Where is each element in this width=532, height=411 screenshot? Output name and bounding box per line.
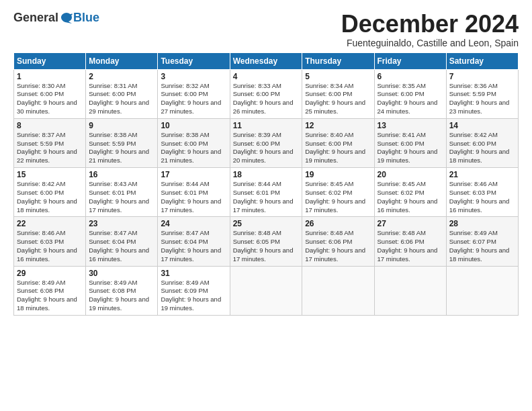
- day-number: 13: [378, 121, 443, 130]
- day-number: 15: [17, 170, 83, 179]
- day-info: Sunrise: 8:45 AM Sunset: 6:02 PM Dayligh…: [305, 180, 371, 214]
- day-number: 30: [89, 269, 154, 278]
- logo: General Blue: [13, 11, 99, 25]
- day-info: Sunrise: 8:47 AM Sunset: 6:04 PM Dayligh…: [89, 229, 154, 263]
- calendar-cell: 18Sunrise: 8:44 AM Sunset: 6:01 PM Dayli…: [230, 168, 302, 217]
- calendar-cell: 11Sunrise: 8:39 AM Sunset: 6:00 PM Dayli…: [230, 118, 302, 167]
- calendar-cell: 28Sunrise: 8:49 AM Sunset: 6:07 PM Dayli…: [446, 217, 518, 266]
- calendar-cell: 22Sunrise: 8:46 AM Sunset: 6:03 PM Dayli…: [14, 217, 86, 266]
- logo-blue: Blue: [73, 11, 99, 25]
- day-info: Sunrise: 8:40 AM Sunset: 6:00 PM Dayligh…: [305, 131, 371, 165]
- col-header-tuesday: Tuesday: [158, 52, 230, 69]
- calendar-table: SundayMondayTuesdayWednesdayThursdayFrid…: [13, 52, 519, 316]
- day-number: 16: [89, 170, 154, 179]
- calendar-cell: 15Sunrise: 8:42 AM Sunset: 6:00 PM Dayli…: [14, 168, 86, 217]
- day-info: Sunrise: 8:49 AM Sunset: 6:08 PM Dayligh…: [89, 279, 154, 313]
- day-number: 27: [378, 219, 443, 228]
- calendar-cell: 4Sunrise: 8:33 AM Sunset: 6:00 PM Daylig…: [230, 69, 302, 118]
- col-header-friday: Friday: [374, 52, 446, 69]
- day-info: Sunrise: 8:48 AM Sunset: 6:05 PM Dayligh…: [233, 229, 300, 263]
- day-number: 8: [17, 121, 83, 130]
- day-info: Sunrise: 8:30 AM Sunset: 6:00 PM Dayligh…: [17, 82, 83, 116]
- day-info: Sunrise: 8:46 AM Sunset: 6:03 PM Dayligh…: [449, 180, 515, 214]
- calendar-cell: 5Sunrise: 8:34 AM Sunset: 6:00 PM Daylig…: [302, 69, 374, 118]
- day-info: Sunrise: 8:47 AM Sunset: 6:04 PM Dayligh…: [161, 229, 226, 263]
- col-header-saturday: Saturday: [446, 52, 518, 69]
- day-info: Sunrise: 8:32 AM Sunset: 6:00 PM Dayligh…: [161, 82, 226, 116]
- day-info: Sunrise: 8:44 AM Sunset: 6:01 PM Dayligh…: [161, 180, 226, 214]
- day-number: 23: [89, 219, 154, 228]
- logo-bird-icon: [60, 11, 73, 25]
- day-info: Sunrise: 8:33 AM Sunset: 6:00 PM Dayligh…: [233, 82, 300, 116]
- calendar-cell: 7Sunrise: 8:36 AM Sunset: 5:59 PM Daylig…: [446, 69, 518, 118]
- calendar-cell: 21Sunrise: 8:46 AM Sunset: 6:03 PM Dayli…: [446, 168, 518, 217]
- day-info: Sunrise: 8:42 AM Sunset: 6:00 PM Dayligh…: [17, 180, 83, 214]
- calendar-cell: 16Sunrise: 8:43 AM Sunset: 6:01 PM Dayli…: [86, 168, 158, 217]
- day-info: Sunrise: 8:35 AM Sunset: 6:00 PM Dayligh…: [378, 82, 443, 116]
- subtitle: Fuenteguinaldo, Castille and Leon, Spain: [341, 38, 519, 48]
- calendar-cell: 31Sunrise: 8:49 AM Sunset: 6:09 PM Dayli…: [158, 266, 230, 315]
- day-number: 18: [233, 170, 300, 179]
- calendar-cell: 12Sunrise: 8:40 AM Sunset: 6:00 PM Dayli…: [302, 118, 374, 167]
- col-header-sunday: Sunday: [14, 52, 86, 69]
- day-number: 4: [233, 72, 300, 81]
- day-info: Sunrise: 8:48 AM Sunset: 6:06 PM Dayligh…: [378, 229, 443, 263]
- calendar-cell: 17Sunrise: 8:44 AM Sunset: 6:01 PM Dayli…: [158, 168, 230, 217]
- calendar-cell: 26Sunrise: 8:48 AM Sunset: 6:06 PM Dayli…: [302, 217, 374, 266]
- day-number: 25: [233, 219, 300, 228]
- calendar-cell: 9Sunrise: 8:38 AM Sunset: 5:59 PM Daylig…: [86, 118, 158, 167]
- col-header-monday: Monday: [86, 52, 158, 69]
- day-info: Sunrise: 8:44 AM Sunset: 6:01 PM Dayligh…: [233, 180, 300, 214]
- day-number: 3: [161, 72, 226, 81]
- calendar-cell: 2Sunrise: 8:31 AM Sunset: 6:00 PM Daylig…: [86, 69, 158, 118]
- calendar-cell: 27Sunrise: 8:48 AM Sunset: 6:06 PM Dayli…: [374, 217, 446, 266]
- day-info: Sunrise: 8:39 AM Sunset: 6:00 PM Dayligh…: [233, 131, 300, 165]
- day-number: 2: [89, 72, 154, 81]
- calendar-cell: 6Sunrise: 8:35 AM Sunset: 6:00 PM Daylig…: [374, 69, 446, 118]
- day-info: Sunrise: 8:42 AM Sunset: 6:00 PM Dayligh…: [449, 131, 515, 165]
- calendar-cell: 23Sunrise: 8:47 AM Sunset: 6:04 PM Dayli…: [86, 217, 158, 266]
- day-number: 11: [233, 121, 300, 130]
- col-header-wednesday: Wednesday: [230, 52, 302, 69]
- logo-general: General: [13, 11, 58, 25]
- calendar-cell: 24Sunrise: 8:47 AM Sunset: 6:04 PM Dayli…: [158, 217, 230, 266]
- day-number: 9: [89, 121, 154, 130]
- day-info: Sunrise: 8:49 AM Sunset: 6:07 PM Dayligh…: [449, 229, 515, 263]
- day-info: Sunrise: 8:43 AM Sunset: 6:01 PM Dayligh…: [89, 180, 154, 214]
- calendar-row-4: 29Sunrise: 8:49 AM Sunset: 6:08 PM Dayli…: [14, 266, 519, 315]
- day-info: Sunrise: 8:34 AM Sunset: 6:00 PM Dayligh…: [305, 82, 371, 116]
- col-header-thursday: Thursday: [302, 52, 374, 69]
- calendar-cell: 25Sunrise: 8:48 AM Sunset: 6:05 PM Dayli…: [230, 217, 302, 266]
- calendar-cell: [446, 266, 518, 315]
- title-section: December 2024 Fuenteguinaldo, Castille a…: [341, 11, 519, 48]
- day-number: 7: [449, 72, 515, 81]
- page: General Blue December 2024 Fuenteguinald…: [0, 0, 532, 411]
- header-row: SundayMondayTuesdayWednesdayThursdayFrid…: [14, 52, 519, 69]
- calendar-row-0: 1Sunrise: 8:30 AM Sunset: 6:00 PM Daylig…: [14, 69, 519, 118]
- calendar-cell: 14Sunrise: 8:42 AM Sunset: 6:00 PM Dayli…: [446, 118, 518, 167]
- calendar-row-1: 8Sunrise: 8:37 AM Sunset: 5:59 PM Daylig…: [14, 118, 519, 167]
- calendar-cell: 8Sunrise: 8:37 AM Sunset: 5:59 PM Daylig…: [14, 118, 86, 167]
- day-info: Sunrise: 8:31 AM Sunset: 6:00 PM Dayligh…: [89, 82, 154, 116]
- calendar-cell: 30Sunrise: 8:49 AM Sunset: 6:08 PM Dayli…: [86, 266, 158, 315]
- day-info: Sunrise: 8:49 AM Sunset: 6:09 PM Dayligh…: [161, 279, 226, 313]
- day-info: Sunrise: 8:38 AM Sunset: 5:59 PM Dayligh…: [89, 131, 154, 165]
- calendar-cell: 29Sunrise: 8:49 AM Sunset: 6:08 PM Dayli…: [14, 266, 86, 315]
- day-number: 24: [161, 219, 226, 228]
- calendar-cell: [374, 266, 446, 315]
- day-number: 22: [17, 219, 83, 228]
- day-number: 6: [378, 72, 443, 81]
- day-number: 31: [161, 269, 226, 278]
- calendar-row-2: 15Sunrise: 8:42 AM Sunset: 6:00 PM Dayli…: [14, 168, 519, 217]
- day-info: Sunrise: 8:41 AM Sunset: 6:00 PM Dayligh…: [378, 131, 443, 165]
- day-info: Sunrise: 8:37 AM Sunset: 5:59 PM Dayligh…: [17, 131, 83, 165]
- calendar-cell: [302, 266, 374, 315]
- day-number: 26: [305, 219, 371, 228]
- day-info: Sunrise: 8:48 AM Sunset: 6:06 PM Dayligh…: [305, 229, 371, 263]
- day-info: Sunrise: 8:38 AM Sunset: 6:00 PM Dayligh…: [161, 131, 226, 165]
- day-info: Sunrise: 8:46 AM Sunset: 6:03 PM Dayligh…: [17, 229, 83, 263]
- header: General Blue December 2024 Fuenteguinald…: [13, 11, 519, 48]
- day-number: 19: [305, 170, 371, 179]
- calendar-cell: 19Sunrise: 8:45 AM Sunset: 6:02 PM Dayli…: [302, 168, 374, 217]
- day-number: 1: [17, 72, 83, 81]
